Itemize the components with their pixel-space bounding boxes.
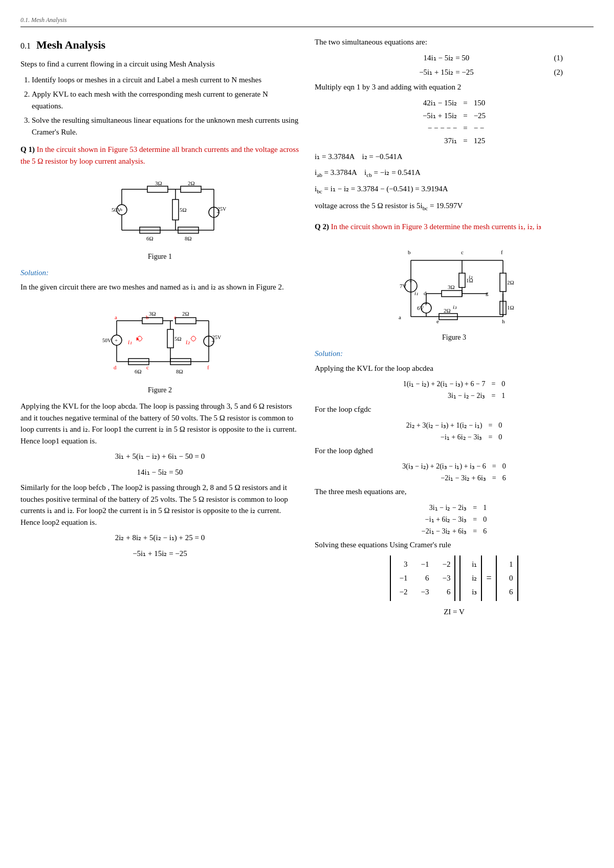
svg-text:6Ω: 6Ω	[135, 368, 142, 374]
svg-text:8Ω: 8Ω	[185, 235, 192, 241]
eq-numbered-1: 14i₁ − 5i₂ = 50 (1)	[345, 52, 563, 64]
align-row-3: 37i₁ = 125	[420, 135, 489, 147]
svg-rect-72	[459, 273, 465, 287]
figure-3-container: 7V + b c f 2Ω 1Ω i₂	[315, 240, 594, 343]
figure-1-container: 3Ω 2Ω + 25V 5Ω 6	[20, 174, 299, 262]
svg-rect-68	[500, 273, 506, 292]
svg-text:3Ω: 3Ω	[448, 284, 455, 290]
svg-rect-32	[176, 318, 196, 324]
intro-text: Steps to find a current flowing in a cir…	[20, 58, 299, 70]
matrix-equation: 3−1−2 −16−3 −2−36 i₁ i₂ i₃ = 1 0 6	[315, 555, 594, 601]
align-row-2: − − − − − = − −	[420, 122, 489, 135]
solution-body-1: Applying the KVL for the loop abcda. The…	[20, 400, 299, 447]
svg-text:3Ω: 3Ω	[149, 310, 156, 317]
results-block: i₁ = 3.3784A i₂ = −0.541A iab = 3.3784A …	[315, 151, 594, 213]
figure-2-container: a b 3Ω e 2Ω + 25V 5Ω	[20, 300, 299, 396]
svg-text:7V: 7V	[400, 283, 407, 289]
steps-list: Identify loops or meshes in a circuit an…	[32, 74, 299, 138]
svg-text:i₃: i₃	[453, 304, 457, 310]
step-1: Identify loops or meshes in a circuit an…	[32, 74, 299, 86]
loop1-intro: Applying the KVL for the loop abcdea	[315, 363, 594, 374]
loop1-eqs: 1(i₁ − i₂) + 2(i₁ − i₃) + 6 − 7=0 3i₁ − …	[315, 378, 594, 402]
align-row-1: −5i₁ + 15i₂ = −25	[420, 109, 489, 122]
right-column: The two simultaneous equations are: 14i₁…	[315, 36, 594, 622]
eq-loop1-b: 14i₁ − 5i₂ = 50	[20, 466, 299, 478]
eq2-text: −5i₁ + 15i₂ = −25	[345, 66, 547, 78]
page-header: 0.1. Mesh Analysis	[20, 15, 594, 27]
svg-text:g: g	[486, 290, 489, 296]
simultaneous-intro: The two simultaneous equations are:	[315, 36, 594, 48]
svg-text:2Ω: 2Ω	[444, 307, 451, 314]
solution-1-text: In the given circuit there are two meshe…	[20, 281, 299, 293]
matrix-Z: 3−1−2 −16−3 −2−36	[390, 555, 455, 601]
svg-text:i₂: i₂	[186, 339, 190, 346]
eq-numbered-2: −5i₁ + 15i₂ = −25 (2)	[345, 66, 563, 78]
q1-label: Q 1) In the circuit shown in Figure 53 d…	[20, 144, 299, 167]
svg-rect-1	[147, 186, 168, 192]
svg-text:6Ω: 6Ω	[146, 235, 154, 241]
svg-text:2Ω: 2Ω	[188, 180, 195, 186]
eq2-num: (2)	[547, 66, 563, 78]
svg-text:a: a	[115, 314, 117, 320]
result-2: ibc = i₁ − i₂ = 3.3784 − (−0.541) = 3.91…	[315, 183, 594, 196]
svg-text:f: f	[207, 364, 209, 370]
svg-text:+: +	[409, 278, 412, 285]
step-3: Solve the resulting simultaneous linear …	[32, 115, 299, 138]
svg-rect-40	[167, 329, 173, 348]
result-1: iab = 3.3784A icb = −i₂ = 0.541A	[315, 167, 594, 180]
svg-rect-79	[442, 291, 462, 297]
left-column: 0.1 Mesh Analysis Steps to find a curren…	[20, 36, 299, 563]
loop3-eqs: 3(i₃ − i₂) + 2(i₃ − i₁) + i₃ − 6=0 −2i₁ …	[315, 460, 594, 484]
header-text: 0.1. Mesh Analysis	[20, 16, 67, 24]
figure-1-svg: 3Ω 2Ω + 25V 5Ω 6	[96, 174, 224, 246]
svg-text:+: +	[115, 337, 118, 343]
multiply-text: Multiply eqn 1 by 3 and adding with equa…	[315, 81, 594, 93]
svg-text:1Ω: 1Ω	[507, 304, 514, 310]
svg-text:50V: 50V	[102, 338, 112, 343]
mesh-intro: The three mesh equations are,	[315, 486, 594, 498]
align-row-0: 42i₁ − 15i₂ = 150	[420, 97, 489, 109]
mesh-eqs: 3i₁ − i₂ − 2i₃=1 −i₁ + 6i₂ − 3i₃=0 −2i₁ …	[315, 502, 594, 537]
svg-text:5Ω: 5Ω	[174, 336, 182, 342]
eq-loop1-a: 3i₁ + 5(i₁ − i₂) + 6i₁ − 50 = 0	[20, 451, 299, 462]
solution-1-label: Solution:	[20, 267, 299, 279]
figure-2-svg: a b 3Ω e 2Ω + 25V 5Ω	[91, 300, 229, 380]
svg-text:b: b	[408, 249, 411, 255]
svg-text:c: c	[461, 249, 464, 255]
svg-text:i₁: i₁	[128, 339, 132, 346]
zi-eq: ZI = V	[315, 606, 594, 618]
svg-text:f: f	[501, 249, 503, 255]
svg-text:5Ω: 5Ω	[180, 207, 187, 213]
figure-1-label: Figure 1	[20, 251, 299, 262]
eq-loop2-b: −5i₁ + 15i₂ = −25	[20, 548, 299, 560]
svg-text:+: +	[424, 301, 428, 308]
matrix-I: i₁ i₂ i₃	[459, 555, 482, 601]
solution-2-label: Solution:	[315, 348, 594, 360]
align-block: 42i₁ − 15i₂ = 150 −5i₁ + 15i₂ = −25 − − …	[315, 97, 594, 147]
svg-text:2Ω: 2Ω	[507, 279, 514, 285]
svg-rect-12	[172, 199, 179, 220]
matrix-V: 1 0 6	[496, 555, 518, 601]
svg-text:25V: 25V	[212, 335, 222, 340]
result-3: voltage across the 5 Ω resistor is 5ibc …	[315, 200, 594, 213]
svg-text:3Ω: 3Ω	[155, 180, 162, 186]
svg-rect-28	[142, 318, 163, 324]
eq-loop2-a: 2i₂ + 8i₂ + 5(i₂ − i₁) + 25 = 0	[20, 532, 299, 544]
loop2-eqs: 2i₂ + 3(i₂ − i₃) + 1(i₂ − i₁)=0 −i₁ + 6i…	[315, 419, 594, 443]
svg-text:6V: 6V	[417, 305, 424, 311]
figure-3-label: Figure 3	[315, 332, 594, 343]
svg-text:d: d	[114, 364, 117, 370]
section-title: 0.1 Mesh Analysis	[20, 36, 299, 53]
svg-text:2Ω: 2Ω	[182, 310, 189, 317]
svg-text:8Ω: 8Ω	[176, 368, 183, 374]
loop2-intro: For the loop cfgdc	[315, 404, 594, 415]
figure-3-svg: 7V + b c f 2Ω 1Ω i₂	[385, 240, 523, 327]
eq1-num: (1)	[547, 52, 563, 64]
svg-text:h: h	[502, 318, 505, 324]
q2-label: Q 2) In the circuit shown in Figure 3 de…	[315, 221, 594, 233]
svg-text:a: a	[399, 314, 401, 320]
figure-2-label: Figure 2	[20, 385, 299, 395]
step-2: Apply KVL to each mesh with the correspo…	[32, 88, 299, 112]
loop3-intro: For the loop dghed	[315, 445, 594, 457]
svg-text:i₁: i₁	[414, 290, 418, 296]
